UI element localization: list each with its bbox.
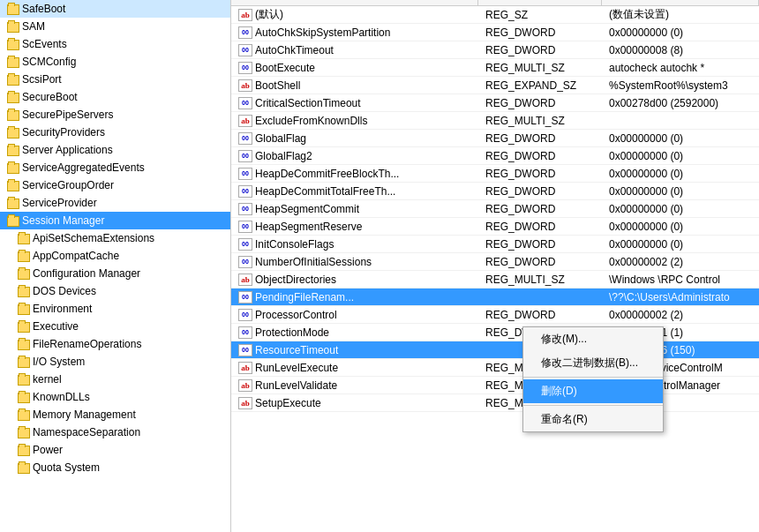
cell-data: 0x00000002 (2) bbox=[602, 255, 759, 269]
cell-data: %SystemRoot%\system3 bbox=[602, 79, 759, 93]
name-text: AutoChkTimeout bbox=[255, 44, 334, 56]
name-text: (默认) bbox=[255, 7, 283, 22]
tree-item[interactable]: Executive bbox=[0, 318, 230, 335]
tree-item-label: SecureBoot bbox=[22, 91, 78, 103]
tree-item[interactable]: kernel bbox=[0, 371, 230, 388]
cell-name: 00CriticalSectionTimeout bbox=[231, 96, 478, 110]
table-row[interactable]: 00HeapSegmentReserveREG_DWORD0x00000000 … bbox=[231, 218, 759, 236]
cell-type: REG_MULTI_SZ bbox=[478, 114, 602, 128]
name-text: ObjectDirectories bbox=[255, 273, 336, 286]
cell-type: REG_DWORD bbox=[478, 220, 602, 234]
dword-icon: 00 bbox=[238, 326, 252, 339]
ab-icon: ab bbox=[238, 379, 252, 392]
folder-icon bbox=[7, 199, 19, 209]
dword-icon: 00 bbox=[238, 26, 252, 39]
context-menu[interactable]: 修改(M)...修改二进制数据(B)...删除(D)重命名(R) bbox=[522, 326, 664, 432]
tree-item[interactable]: Environment bbox=[0, 300, 230, 318]
tree-item[interactable]: Memory Management bbox=[0, 406, 230, 423]
tree-item[interactable]: SafeBoot bbox=[0, 0, 230, 18]
tree-item[interactable]: ApiSetSchemaExtensions bbox=[0, 229, 230, 247]
tree-item[interactable]: DOS Devices bbox=[0, 282, 230, 300]
table-row[interactable]: abBootShellREG_EXPAND_SZ%SystemRoot%\sys… bbox=[231, 77, 759, 94]
name-text: InitConsoleFlags bbox=[255, 238, 334, 251]
cell-name: 00NumberOfInitialSessions bbox=[231, 255, 478, 269]
tree-item-label: Configuration Manager bbox=[33, 267, 140, 280]
context-menu-item[interactable]: 删除(D) bbox=[523, 379, 663, 403]
dword-icon: 00 bbox=[238, 221, 252, 233]
tree-item[interactable]: Session Manager bbox=[0, 212, 230, 229]
tree-item[interactable]: SecureBoot bbox=[0, 88, 230, 106]
tree-item[interactable]: Configuration Manager bbox=[0, 265, 230, 282]
tree-item[interactable]: I/O System bbox=[0, 353, 230, 371]
cell-data: 0x00000008 (8) bbox=[602, 43, 759, 57]
table-row[interactable]: 00GlobalFlagREG_DWORD0x00000000 (0) bbox=[231, 130, 759, 147]
tree-item[interactable]: SecurityProviders bbox=[0, 124, 230, 141]
cell-name: 00HeapDeCommitTotalFreeTh... bbox=[231, 184, 478, 199]
tree-item-label: ScEvents bbox=[22, 38, 67, 50]
context-menu-item[interactable]: 修改二进制数据(B)... bbox=[523, 351, 663, 375]
dword-icon: 00 bbox=[238, 256, 252, 268]
tree-item[interactable]: Power bbox=[0, 441, 230, 459]
cell-name: ab(默认) bbox=[231, 6, 478, 23]
tree-item[interactable]: NamespaceSeparation bbox=[0, 423, 230, 441]
cell-data bbox=[602, 120, 759, 122]
folder-icon bbox=[18, 410, 30, 421]
folder-icon bbox=[18, 375, 30, 386]
tree-item-label: KnownDLLs bbox=[33, 391, 90, 403]
table-row[interactable]: 00ProtectionModeREG_DWORD0x00000001 (1) bbox=[231, 324, 759, 341]
table-row[interactable]: abRunLevelExecuteREG_MULTI_SZWinInit Ser… bbox=[231, 359, 759, 377]
table-row[interactable]: 00AutoChkTimeoutREG_DWORD0x00000008 (8) bbox=[231, 41, 759, 59]
cell-data: 0x00000000 (0) bbox=[602, 131, 759, 146]
cell-data: (数值未设置) bbox=[602, 6, 759, 23]
table-row[interactable]: 00NumberOfInitialSessionsREG_DWORD0x0000… bbox=[231, 253, 759, 271]
tree-item[interactable]: ServiceAggregatedEvents bbox=[0, 159, 230, 176]
table-row[interactable]: abSetupExecuteREG_MULTI_SZ bbox=[231, 394, 759, 412]
table-row[interactable]: ab(默认)REG_SZ(数值未设置) bbox=[231, 6, 759, 24]
table-row[interactable]: 00HeapDeCommitTotalFreeTh...REG_DWORD0x0… bbox=[231, 183, 759, 200]
tree-item[interactable]: ServiceProvider bbox=[0, 194, 230, 212]
table-row[interactable]: 00ResourceTimeout0x00000096 (150) bbox=[231, 341, 759, 359]
table-row[interactable]: 00BootExecuteREG_MULTI_SZautocheck autoc… bbox=[231, 59, 759, 77]
tree-item[interactable]: SecurePipeServers bbox=[0, 106, 230, 124]
tree-item[interactable]: Server Applications bbox=[0, 141, 230, 159]
table-row[interactable]: 00HeapDeCommitFreeBlockTh...REG_DWORD0x0… bbox=[231, 165, 759, 183]
context-menu-item[interactable]: 修改(M)... bbox=[523, 327, 663, 351]
table-row[interactable]: 00InitConsoleFlagsREG_DWORD0x00000000 (0… bbox=[231, 236, 759, 253]
name-text: CriticalSectionTimeout bbox=[255, 97, 361, 109]
table-row[interactable]: 00AutoChkSkipSystemPartitionREG_DWORD0x0… bbox=[231, 24, 759, 41]
table-row[interactable]: 00CriticalSectionTimeoutREG_DWORD0x00278… bbox=[231, 94, 759, 112]
table-row[interactable]: abObjectDirectoriesREG_MULTI_SZ\Windows … bbox=[231, 271, 759, 288]
dword-icon: 00 bbox=[238, 132, 252, 145]
table-row[interactable]: abExcludeFromKnownDllsREG_MULTI_SZ bbox=[231, 112, 759, 130]
folder-icon bbox=[7, 4, 19, 15]
folder-icon bbox=[18, 322, 30, 333]
tree-item[interactable]: AppCompatCache bbox=[0, 247, 230, 265]
tree-item[interactable]: Quota System bbox=[0, 459, 230, 476]
table-row[interactable]: abRunLevelValidateREG_MULTI_SZServiceCon… bbox=[231, 377, 759, 394]
context-menu-item[interactable]: 重命名(R) bbox=[523, 408, 663, 431]
tree-item[interactable]: ScEvents bbox=[0, 35, 230, 53]
tree-item[interactable]: KnownDLLs bbox=[0, 388, 230, 406]
table-row[interactable]: 00PendingFileRenam...\??\C:\Users\Admini… bbox=[231, 288, 759, 306]
table-row[interactable]: 00HeapSegmentCommitREG_DWORD0x00000000 (… bbox=[231, 200, 759, 218]
table-row[interactable]: 00ProcessorControlREG_DWORD0x00000002 (2… bbox=[231, 306, 759, 324]
tree-item[interactable]: SAM bbox=[0, 18, 230, 35]
table-header bbox=[231, 0, 759, 6]
cell-type bbox=[478, 296, 602, 298]
table-row[interactable]: 00GlobalFlag2REG_DWORD0x00000000 (0) bbox=[231, 147, 759, 165]
tree-item[interactable]: FileRenameOperations bbox=[0, 335, 230, 353]
left-panel[interactable]: SafeBootSAMScEventsSCMConfigScsiPortSecu… bbox=[0, 0, 231, 532]
folder-icon bbox=[18, 340, 30, 350]
folder-icon bbox=[7, 22, 19, 33]
tree-item[interactable]: ScsiPort bbox=[0, 71, 230, 88]
dword-icon: 00 bbox=[238, 309, 252, 321]
tree-item[interactable]: ServiceGroupOrder bbox=[0, 176, 230, 194]
tree-item-label: Session Manager bbox=[22, 214, 104, 227]
table-body: ab(默认)REG_SZ(数值未设置)00AutoChkSkipSystemPa… bbox=[231, 6, 759, 532]
tree-item-label: Environment bbox=[33, 303, 92, 315]
tree-item[interactable]: SCMConfig bbox=[0, 53, 230, 71]
cell-name: 00ResourceTimeout bbox=[231, 343, 478, 357]
name-text: SetupExecute bbox=[255, 397, 321, 409]
cell-name: 00ProtectionMode bbox=[231, 326, 478, 340]
dword-icon: 00 bbox=[238, 185, 252, 198]
